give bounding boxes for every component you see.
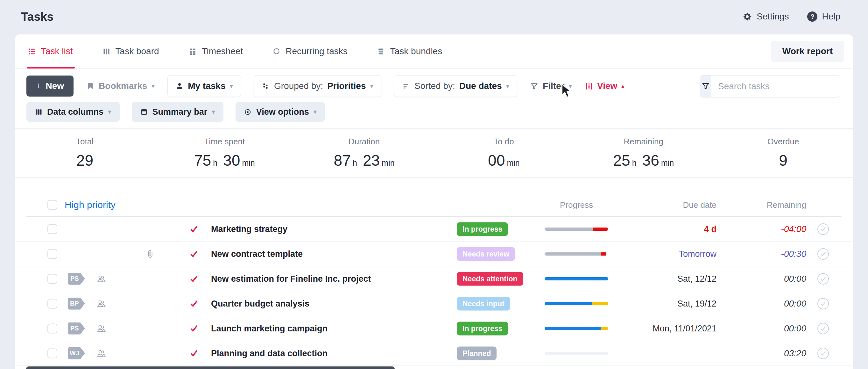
tab-task-bundles[interactable]: Task bundles <box>377 34 442 68</box>
task-name[interactable]: Marketing strategy <box>211 224 287 234</box>
sorted-by-button[interactable]: Sorted by: Due dates ▾ <box>394 75 517 97</box>
column-header-progress[interactable]: Progress <box>545 200 608 210</box>
help-button[interactable]: ? Help <box>807 11 840 22</box>
task-name[interactable]: Planning and data collection <box>211 348 328 358</box>
status-badge[interactable]: Needs input <box>457 297 510 310</box>
gear-icon <box>742 12 752 22</box>
bookmarks-button[interactable]: Bookmarks ▾ <box>86 81 155 91</box>
search-filter-toggle[interactable] <box>700 76 711 97</box>
search-input[interactable] <box>711 76 840 97</box>
task-bundles-icon <box>377 47 385 56</box>
divider <box>15 177 853 178</box>
status-badge[interactable]: Planned <box>457 346 497 360</box>
task-row[interactable]: BP Quarter budget analysis Needs input S… <box>15 291 853 316</box>
tasks-card: Task list Task board Tim <box>15 34 853 369</box>
task-checkbox[interactable] <box>48 323 57 333</box>
due-date[interactable]: 4 d <box>604 224 716 234</box>
panel-icon <box>140 108 148 116</box>
task-name[interactable]: New contract template <box>211 249 303 259</box>
group-title[interactable]: High priority <box>65 199 116 210</box>
task-checkbox[interactable] <box>48 299 57 309</box>
due-date[interactable]: Mon, 11/01/2021 <box>604 323 716 333</box>
new-task-button[interactable]: + New <box>26 76 73 96</box>
plus-icon: + <box>36 81 42 91</box>
summary-bar-button[interactable]: Summary bar ▾ <box>132 102 223 122</box>
task-row[interactable]: PS New estimation for Fineline Inc. proj… <box>15 266 853 291</box>
status-badge[interactable]: Needs review <box>457 247 515 261</box>
sorted-by-value: Due dates <box>459 81 502 91</box>
group-header-high-priority: High priority Progress Due date Remainin… <box>15 194 853 216</box>
due-date[interactable]: Sat, 19/12 <box>604 299 716 309</box>
complete-task-button[interactable] <box>817 322 829 335</box>
view-button[interactable]: View ▴ <box>585 81 624 91</box>
remaining-time: -04:00 <box>741 224 806 234</box>
task-row[interactable]: WJ Planning and data collection Planned … <box>15 341 853 366</box>
task-row[interactable]: New contract template Needs review Tomor… <box>15 242 853 266</box>
column-header-due-date[interactable]: Due date <box>604 200 716 210</box>
grouped-by-button[interactable]: Grouped by: Priorities ▾ <box>254 75 381 97</box>
tab-recurring-tasks[interactable]: Recurring tasks <box>272 34 348 68</box>
summary-bar: Total 29 Time spent 75h 30min Duration 8… <box>15 129 853 177</box>
assignees-icon[interactable] <box>96 274 106 284</box>
assignees-icon[interactable] <box>96 299 106 309</box>
assignees-icon[interactable] <box>96 349 106 358</box>
data-columns-button[interactable]: Data columns ▾ <box>26 102 120 122</box>
stat-overdue: Overdue 9 <box>713 129 853 177</box>
priority-check-icon <box>189 250 198 258</box>
assignee-avatar[interactable]: WJ <box>68 347 85 360</box>
chevron-down-icon: ▾ <box>229 83 233 89</box>
assignee-avatar[interactable]: BP <box>68 297 85 310</box>
group-checkbox[interactable] <box>48 200 57 210</box>
task-name[interactable]: New estimation for Fineline Inc. project <box>211 274 371 284</box>
active-tab-underline <box>27 67 75 68</box>
my-tasks-filter-button[interactable]: My tasks ▾ <box>167 75 241 97</box>
task-name[interactable]: Launch marketing campaign <box>211 323 328 333</box>
complete-task-button[interactable] <box>817 273 829 285</box>
work-report-button[interactable]: Work report <box>771 41 844 62</box>
column-header-remaining[interactable]: Remaining <box>741 200 806 210</box>
chevron-down-icon: ▾ <box>506 83 509 89</box>
bookmark-icon <box>86 82 95 90</box>
complete-task-button[interactable] <box>817 223 829 235</box>
assignee-avatar[interactable]: PS <box>68 322 85 335</box>
help-label: Help <box>822 11 840 22</box>
chevron-down-icon: ▾ <box>108 109 112 115</box>
eye-target-icon <box>244 108 252 116</box>
chevron-down-icon: ▾ <box>370 83 374 89</box>
task-checkbox[interactable] <box>48 274 57 284</box>
task-checkbox[interactable] <box>48 348 57 358</box>
assignee-avatar[interactable]: PS <box>68 273 85 285</box>
tab-timesheet[interactable]: Timesheet <box>188 34 243 68</box>
funnel-icon <box>530 82 538 90</box>
complete-task-button[interactable] <box>817 347 829 360</box>
tab-task-board[interactable]: Task board <box>102 34 159 68</box>
secondary-toolbar: Data columns ▾ Summary bar ▾ View option… <box>26 102 325 122</box>
tab-task-list[interactable]: Task list <box>28 34 73 68</box>
tab-label: Task list <box>41 46 73 56</box>
paperclip-icon[interactable] <box>146 249 154 259</box>
remaining-time: -00:30 <box>741 249 806 259</box>
view-options-button[interactable]: View options ▾ <box>236 102 325 122</box>
remaining-time: 00:00 <box>741 274 806 284</box>
task-row[interactable]: Marketing strategy In progress 4 d -04:0… <box>15 217 853 242</box>
priority-check-icon <box>189 299 198 308</box>
assignees-icon[interactable] <box>96 324 106 333</box>
task-name[interactable]: Quarter budget analysis <box>211 299 309 309</box>
status-badge[interactable]: Needs attention <box>457 272 523 285</box>
status-badge[interactable]: In progress <box>457 222 508 236</box>
task-checkbox[interactable] <box>48 249 57 259</box>
due-date[interactable]: Sat, 12/12 <box>604 274 716 284</box>
stat-duration: Duration 87h 23min <box>294 129 434 177</box>
settings-button[interactable]: Settings <box>742 11 789 22</box>
task-row[interactable]: PS Launch marketing campaign In progress… <box>15 316 853 341</box>
remaining-time: 00:00 <box>741 299 806 309</box>
tab-label: Timesheet <box>202 46 243 56</box>
complete-task-button[interactable] <box>817 297 829 310</box>
due-date[interactable]: Tomorrow <box>604 249 716 259</box>
columns-icon <box>35 108 43 116</box>
complete-task-button[interactable] <box>817 248 829 260</box>
sort-icon <box>402 82 410 90</box>
task-checkbox[interactable] <box>48 224 57 234</box>
group-by-icon <box>261 82 270 90</box>
status-badge[interactable]: In progress <box>457 321 508 335</box>
